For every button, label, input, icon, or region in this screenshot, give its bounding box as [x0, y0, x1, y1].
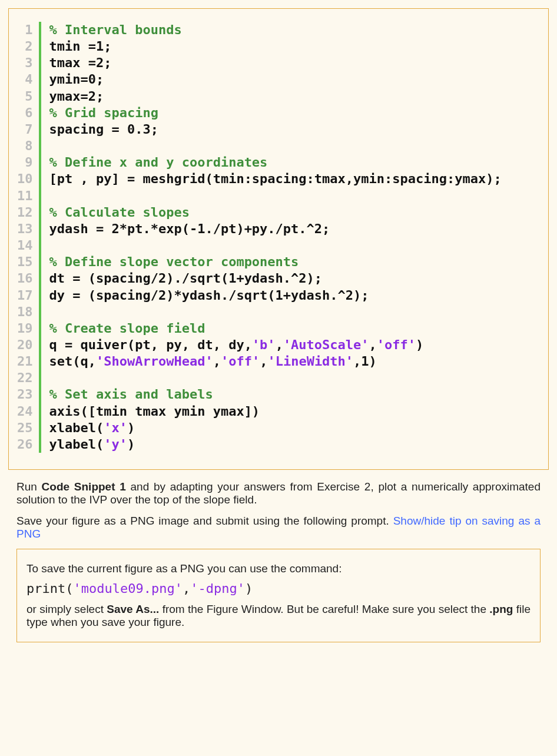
code-lines: % Interval boundstmin =1;tmax =2;ymin=0;… [49, 22, 502, 453]
text: Run [16, 480, 42, 493]
instruction-paragraph-1: Run Code Snippet 1 and by adapting your … [16, 480, 541, 506]
text: Save your figure as a PNG image and subm… [16, 515, 393, 527]
line-number-gutter: 1 2 3 4 5 6 7 8 9 10 11 12 13 14 15 16 1… [17, 22, 39, 453]
instruction-paragraph-2: Save your figure as a PNG image and subm… [16, 515, 541, 541]
tip-intro: To save the current figure as a PNG you … [26, 562, 531, 575]
tip-outro: or simply select Save As... from the Fig… [26, 603, 531, 629]
tip-command: print('module09.png','-dpng') [26, 581, 531, 596]
code-left-border [39, 22, 41, 453]
code-snippet-box: 1 2 3 4 5 6 7 8 9 10 11 12 13 14 15 16 1… [8, 8, 549, 470]
tip-box: To save the current figure as a PNG you … [16, 549, 541, 642]
code-block: 1 2 3 4 5 6 7 8 9 10 11 12 13 14 15 16 1… [17, 22, 539, 453]
code-snippet-ref: Code Snippet 1 [42, 480, 126, 493]
